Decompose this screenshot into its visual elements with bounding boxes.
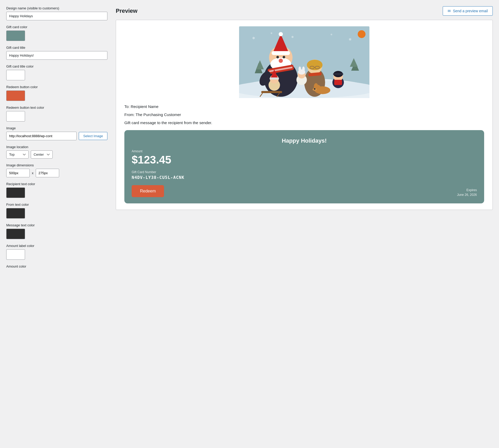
- from-text-color-swatch[interactable]: [6, 208, 25, 219]
- preview-from: From: The Purchasing Customer: [124, 112, 484, 117]
- image-location-field-group: Image location Top Center Bottom Left Ce…: [6, 145, 107, 159]
- image-location-label: Image location: [6, 145, 107, 149]
- image-field-group: Image Select Image: [6, 126, 107, 140]
- svg-point-21: [307, 60, 322, 70]
- amount-label-color-label: Amount label color: [6, 244, 107, 248]
- svg-text:❄: ❄: [252, 36, 255, 40]
- preview-card-wrapper: ❄ ❄ ❄ ❄ ❄ ❄ To: Recipient Name From:: [116, 20, 493, 210]
- gift-card-color-field-group: Gift card color: [6, 25, 107, 41]
- gift-card-color-label: Gift card color: [6, 25, 107, 29]
- svg-rect-10: [272, 51, 290, 55]
- dim-separator: x: [32, 171, 34, 175]
- gift-card-visual: Happy Holidays! Amount $123.45 Gift Card…: [124, 130, 484, 203]
- svg-point-13: [276, 56, 279, 58]
- select-image-button[interactable]: Select Image: [79, 132, 107, 140]
- svg-rect-39: [334, 80, 342, 85]
- gc-expires: Expires June 26, 2026: [457, 188, 477, 197]
- preview-to: To: Recipient Name: [124, 104, 484, 109]
- gc-expires-label: Expires: [457, 188, 477, 192]
- svg-point-11: [279, 32, 283, 36]
- svg-text:❄: ❄: [291, 35, 294, 39]
- gc-redeem-button[interactable]: Redeem: [132, 185, 164, 197]
- svg-point-38: [333, 73, 343, 75]
- amount-color-field-group: Amount color: [6, 264, 107, 268]
- gc-expires-date: June 26, 2026: [457, 192, 477, 197]
- recipient-text-color-field-group: Recipient text color: [6, 182, 107, 198]
- gc-bottom-row: Redeem Expires June 26, 2026: [132, 185, 477, 197]
- redeem-button-text-color-label: Redeem button text color: [6, 106, 107, 110]
- image-location-select[interactable]: Top Center Bottom: [6, 150, 29, 159]
- image-height-input[interactable]: [36, 169, 59, 177]
- gift-card-title-color-field-group: Gift card title color: [6, 64, 107, 80]
- svg-text:❄: ❄: [330, 33, 332, 36]
- gc-number-label: Gift Card Number: [132, 170, 477, 174]
- image-dimensions-label: Image dimensions: [6, 163, 107, 167]
- gc-number: N4DV-LY38-CU5L-ACNK: [132, 175, 477, 180]
- design-name-input[interactable]: [6, 12, 107, 20]
- gift-card-title-label: Gift card title: [6, 46, 107, 50]
- redeem-button-text-color-swatch[interactable]: [6, 111, 25, 122]
- redeem-button-text-color-field-group: Redeem button text color: [6, 106, 107, 122]
- amount-label-color-swatch[interactable]: [6, 249, 25, 260]
- preview-message: Gift card message to the recipient from …: [124, 120, 484, 125]
- dimensions-row: x: [6, 169, 107, 177]
- gift-card-title-field-group: Gift card title: [6, 46, 107, 60]
- send-preview-btn-label: Send a preview email: [453, 9, 488, 13]
- svg-point-14: [283, 56, 285, 58]
- redeem-button-color-label: Redeem button color: [6, 85, 107, 89]
- gc-amount-label: Amount: [132, 149, 477, 153]
- image-width-input[interactable]: [6, 169, 30, 177]
- image-row: Select Image: [6, 132, 107, 140]
- preview-content: ❄ ❄ ❄ ❄ ❄ ❄ To: Recipient Name From:: [116, 20, 492, 210]
- amount-label-color-field-group: Amount label color: [6, 244, 107, 260]
- left-panel: Design name (visible to customers) Gift …: [6, 6, 116, 442]
- gc-title: Happy Holidays!: [132, 137, 477, 144]
- svg-point-29: [299, 66, 301, 72]
- location-row: Top Center Bottom Left Center Right: [6, 150, 107, 159]
- send-preview-email-button[interactable]: ✉ Send a preview email: [443, 6, 493, 16]
- svg-text:❄: ❄: [270, 32, 272, 35]
- svg-point-15: [279, 59, 283, 63]
- image-align-select[interactable]: Left Center Right: [31, 150, 53, 159]
- preview-text-section: To: Recipient Name From: The Purchasing …: [122, 104, 486, 203]
- amount-color-label: Amount color: [6, 264, 107, 268]
- recipient-text-color-swatch[interactable]: [6, 187, 25, 198]
- svg-text:❄: ❄: [349, 37, 352, 41]
- message-text-color-swatch[interactable]: [6, 229, 25, 239]
- svg-point-30: [302, 66, 305, 72]
- from-text-color-field-group: From text color: [6, 203, 107, 219]
- gift-card-color-swatch[interactable]: [6, 31, 25, 41]
- gc-amount: $123.45: [132, 154, 477, 166]
- gift-card-title-input[interactable]: [6, 51, 107, 60]
- right-panel: Preview ✉ Send a preview email: [116, 6, 493, 442]
- image-dimensions-field-group: Image dimensions x: [6, 163, 107, 177]
- image-label: Image: [6, 126, 107, 130]
- svg-rect-45: [261, 91, 282, 93]
- redeem-button-color-swatch[interactable]: [6, 90, 25, 101]
- preview-title: Preview: [116, 8, 137, 14]
- image-url-input[interactable]: [6, 132, 77, 140]
- envelope-icon: ✉: [448, 9, 451, 13]
- message-text-color-label: Message text color: [6, 223, 107, 227]
- design-name-field-group: Design name (visible to customers): [6, 6, 107, 20]
- svg-rect-34: [270, 77, 279, 80]
- svg-point-44: [314, 88, 315, 90]
- design-name-label: Design name (visible to customers): [6, 6, 107, 10]
- preview-header: Preview ✉ Send a preview email: [116, 6, 493, 16]
- preview-image: ❄ ❄ ❄ ❄ ❄ ❄: [239, 26, 369, 98]
- gift-card-title-color-swatch[interactable]: [6, 70, 25, 80]
- from-text-color-label: From text color: [6, 203, 107, 207]
- preview-image-container: ❄ ❄ ❄ ❄ ❄ ❄: [122, 26, 486, 98]
- svg-point-54: [358, 30, 366, 38]
- message-text-color-field-group: Message text color: [6, 223, 107, 239]
- gift-card-title-color-label: Gift card title color: [6, 64, 107, 68]
- recipient-text-color-label: Recipient text color: [6, 182, 107, 186]
- redeem-button-color-field-group: Redeem button color: [6, 85, 107, 101]
